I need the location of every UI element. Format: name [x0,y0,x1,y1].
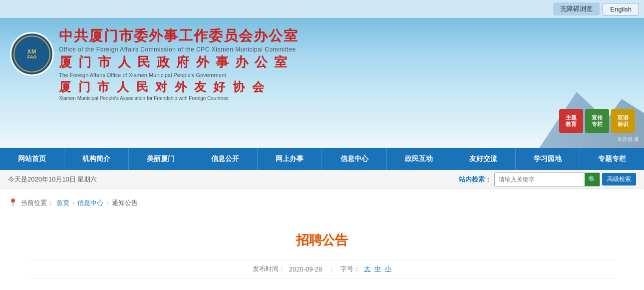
nav-item-info-center[interactable]: 信息中心 [322,148,386,170]
logo-inner: XM FAO [13,36,50,72]
location-icon: 📍 [8,198,18,208]
nav-item-home[interactable]: 网站首页 [0,148,64,170]
nav-bar: 网站首页 机构简介 美丽厦门 信息公开 网上办事 信息中心 政民互动 友好交流 … [0,148,644,170]
advanced-search-button[interactable]: 高级检索 [602,173,636,186]
breadcrumb-sep-1: › [72,199,74,206]
font-medium-button[interactable]: 中 [374,264,381,274]
bilingual-button[interactable]: 双语标识 [611,109,635,133]
breadcrumb-notice: 通知公告 [112,198,138,208]
article-section: 招聘公告 发布时间： 2020-09-28 ｜ 字号： 大 中 小 [8,222,636,289]
photo-credit: 朱庆福 摄 [618,136,639,143]
english-button[interactable]: English [603,3,639,16]
breadcrumb: 📍 当前位置： 首页 › 信息中心 › 通知公告 [8,194,636,212]
title-main-3: 厦 门 市 人 民 对 外 友 好 协 会 [59,79,634,94]
nav-item-study[interactable]: 学习园地 [516,148,580,170]
font-small-button[interactable]: 小 [385,264,391,274]
nav-item-interaction[interactable]: 政民互动 [387,148,451,170]
logo-fao-text: FAO [27,54,37,60]
nav-item-xiamen[interactable]: 美丽厦门 [129,148,193,170]
search-bar: 今天是2020年10月10日 星期六 站内检索： 🔍 高级检索 [0,170,644,189]
search-input-wrap: 🔍 [494,172,600,186]
font-size-buttons: 大 中 小 [364,264,391,274]
title-sub-2: The Foreign Affairs Office of Xiamen Mun… [59,72,634,78]
meta-separator: ｜ [328,264,334,274]
nav-item-online[interactable]: 网上办事 [258,148,322,170]
font-large-button[interactable]: 大 [364,264,370,274]
promo-column-button[interactable]: 宣传专栏 [585,109,609,133]
nav-item-about[interactable]: 机构简介 [64,148,129,170]
logo-xm-text: XM [27,48,37,54]
logo[interactable]: XM FAO [10,32,54,76]
header-right-buttons: 主题教育 宣传专栏 双语标识 [559,109,635,133]
theme-education-button[interactable]: 主题教育 [559,109,583,133]
top-bar: 无障碍浏览 English [0,0,644,18]
breadcrumb-current-label: 当前位置： [21,198,53,208]
header-content: XM FAO 中共厦门市委外事工作委员会办公室 Office of the Fo… [0,18,644,101]
article-meta: 发布时间： 2020-09-28 ｜ 字号： 大 中 小 [28,259,616,279]
nav-item-special[interactable]: 专题专栏 [580,148,644,170]
font-size-label: 字号： [340,264,360,274]
search-label: 站内检索： [459,175,491,184]
search-input[interactable] [495,174,585,184]
publish-date: 2020-09-28 [289,266,322,273]
title-sub-3: Xiamen Municipal People's Association fo… [59,96,634,101]
breadcrumb-sep-2: › [106,199,108,206]
publish-label: 发布时间： [253,264,285,274]
title-main-2: 厦 门 市 人 民 政 府 外 事 办 公 室 [59,54,634,71]
breadcrumb-home-link[interactable]: 首页 [56,198,69,208]
nav-item-info-open[interactable]: 信息公开 [193,148,258,170]
breadcrumb-info-center-link[interactable]: 信息中心 [77,198,103,208]
nav-item-friendly[interactable]: 友好交流 [451,148,516,170]
header-banner: XM FAO 中共厦门市委外事工作委员会办公室 Office of the Fo… [0,18,644,148]
header-titles: 中共厦门市委外事工作委员会办公室 Office of the Foreign A… [59,27,634,101]
article-title: 招聘公告 [28,232,616,249]
title-sub-1: Office of the Foreign Affairs Commission… [59,46,634,53]
current-date: 今天是2020年10月10日 星期六 [8,175,459,184]
title-main-1: 中共厦门市委外事工作委员会办公室 [59,27,634,45]
barrier-free-button[interactable]: 无障碍浏览 [553,2,600,16]
content-area: 📍 当前位置： 首页 › 信息中心 › 通知公告 招聘公告 发布时间： 2020… [0,189,644,290]
search-submit-button[interactable]: 🔍 [585,173,600,186]
